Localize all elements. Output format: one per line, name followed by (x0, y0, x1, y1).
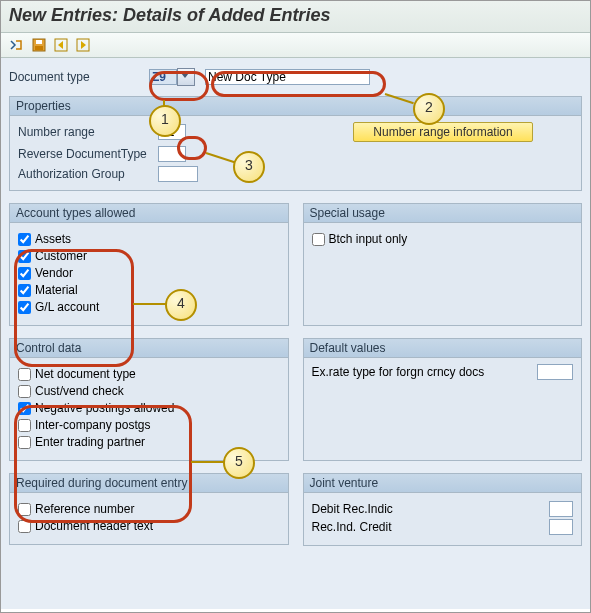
svg-rect-1 (36, 40, 42, 44)
number-range-label: Number range (18, 125, 158, 139)
auth-group-label: Authorization Group (18, 167, 158, 181)
joint-venture-group: Joint venture Debit Rec.Indic Rec.Ind. C… (303, 473, 583, 546)
special-usage-title: Special usage (304, 204, 582, 223)
control_data-items-item: Enter trading partner (18, 435, 280, 449)
account-types-title: Account types allowed (10, 204, 288, 223)
app-toolbar (1, 33, 590, 58)
account_types-items-item: G/L account (18, 300, 280, 314)
checkbox[interactable] (312, 233, 325, 246)
checkbox-label: Btch input only (329, 232, 408, 246)
special_usage-items-item: Btch input only (312, 232, 574, 246)
auth-group-input[interactable] (158, 166, 198, 182)
account_types-items-item: Assets (18, 232, 280, 246)
control_data-items-item: Net document type (18, 367, 280, 381)
checkbox[interactable] (18, 267, 31, 280)
checkbox[interactable] (18, 419, 31, 432)
control_data-items-item: Negative postings allowed (18, 401, 280, 415)
credit-rec-input[interactable] (549, 519, 573, 535)
joint-venture-title: Joint venture (304, 474, 582, 493)
page-title: New Entries: Details of Added Entries (1, 1, 590, 33)
checkbox-label: Enter trading partner (35, 435, 145, 449)
doctype-label: Document type (9, 70, 149, 84)
exrate-input[interactable] (537, 364, 573, 380)
checkbox-label: Customer (35, 249, 87, 263)
other-object-icon[interactable] (9, 37, 25, 53)
default-values-title: Default values (304, 339, 582, 358)
properties-group: Properties Number range Number range inf… (9, 96, 582, 191)
control-data-group: Control data Net document typeCust/vend … (9, 338, 289, 461)
account_types-items-item: Customer (18, 249, 280, 263)
control_data-items-item: Inter-company postgs (18, 418, 280, 432)
svg-rect-2 (35, 46, 43, 50)
checkbox[interactable] (18, 503, 31, 516)
checkbox[interactable] (18, 368, 31, 381)
number-range-input[interactable] (158, 124, 186, 140)
back-icon[interactable] (53, 37, 69, 53)
checkbox[interactable] (18, 284, 31, 297)
checkbox[interactable] (18, 250, 31, 263)
reverse-doctype-input[interactable] (158, 146, 186, 162)
checkbox-label: Document header text (35, 519, 153, 533)
reverse-doctype-label: Reverse DocumentType (18, 147, 158, 161)
required-items-item: Reference number (18, 502, 280, 516)
control_data-items-item: Cust/vend check (18, 384, 280, 398)
doctype-desc-input[interactable] (205, 69, 370, 85)
account_types-items-item: Material (18, 283, 280, 297)
f4-help-icon[interactable] (177, 68, 195, 86)
account-types-group: Account types allowed AssetsCustomerVend… (9, 203, 289, 326)
account_types-items-item: Vendor (18, 266, 280, 280)
checkbox-label: Assets (35, 232, 71, 246)
doctype-input[interactable] (149, 69, 177, 85)
exit-icon[interactable] (75, 37, 91, 53)
debit-rec-input[interactable] (549, 501, 573, 517)
checkbox[interactable] (18, 301, 31, 314)
content-area: Document type Properties Number range Nu… (1, 58, 590, 609)
default-values-group: Default values Ex.rate type for forgn cr… (303, 338, 583, 461)
checkbox-label: Net document type (35, 367, 136, 381)
required-title: Required during document entry (10, 474, 288, 493)
checkbox-label: Inter-company postgs (35, 418, 150, 432)
checkbox-label: G/L account (35, 300, 99, 314)
checkbox-label: Negative postings allowed (35, 401, 174, 415)
control-data-title: Control data (10, 339, 288, 358)
checkbox[interactable] (18, 436, 31, 449)
checkbox-label: Cust/vend check (35, 384, 124, 398)
checkbox[interactable] (18, 402, 31, 415)
save-icon[interactable] (31, 37, 47, 53)
debit-rec-label: Debit Rec.Indic (312, 502, 550, 516)
checkbox-label: Vendor (35, 266, 73, 280)
checkbox-label: Reference number (35, 502, 134, 516)
checkbox[interactable] (18, 233, 31, 246)
exrate-label: Ex.rate type for forgn crncy docs (312, 365, 538, 379)
required-group: Required during document entry Reference… (9, 473, 289, 545)
special-usage-group: Special usage Btch input only (303, 203, 583, 326)
required-items-item: Document header text (18, 519, 280, 533)
checkbox-label: Material (35, 283, 78, 297)
credit-rec-label: Rec.Ind. Credit (312, 520, 550, 534)
checkbox[interactable] (18, 520, 31, 533)
properties-title: Properties (10, 97, 581, 116)
checkbox[interactable] (18, 385, 31, 398)
number-range-info-button[interactable]: Number range information (353, 122, 533, 142)
